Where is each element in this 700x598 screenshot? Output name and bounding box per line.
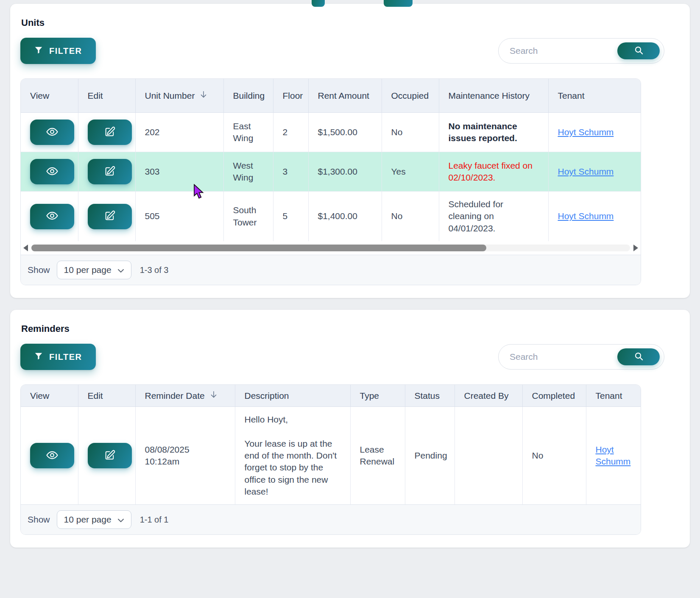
edit-button[interactable] [88,159,132,184]
maintenance-cell: No maintenance issues reported. [439,113,548,152]
reminders-search-button[interactable] [617,348,660,365]
units-col-tenant: Tenant [548,79,641,113]
units-table: View Edit Unit Number Building Floor Ren… [21,79,641,241]
units-table-container: View Edit Unit Number Building Floor Ren… [20,78,641,285]
table-row-highlighted: 303 West Wing 3 $1,300.00 Yes Leaky fauc… [21,152,641,192]
units-toolbar: FILTER [20,38,680,64]
units-col-building: Building [223,79,273,113]
filter-button-label: FILTER [49,46,82,56]
tenant-link[interactable]: Hoyt Schumm [558,211,614,221]
tenant-cell: Hoyt Schumm [548,152,641,192]
table-row: 08/08/2025 10:12am Hello Hoyt, Your leas… [21,407,641,505]
rent-cell: $1,300.00 [308,152,382,192]
reminders-filter-button[interactable]: FILTER [20,344,96,370]
view-button[interactable] [30,120,74,145]
triangle-right-icon[interactable] [633,245,638,251]
tenant-cell: Hoyt Schumm [548,113,641,152]
view-button[interactable] [30,443,74,468]
reminders-col-edit: Edit [78,385,135,407]
pencil-square-icon [104,165,116,178]
units-header-row: View Edit Unit Number Building Floor Ren… [21,79,641,113]
units-col-view: View [21,79,78,113]
triangle-left-icon[interactable] [23,245,28,251]
edit-button[interactable] [88,204,132,229]
reminders-search-box [498,344,664,370]
magnifier-icon [634,45,644,56]
funnel-icon [34,45,43,57]
arrow-down-icon [199,90,208,101]
reminders-col-status: Status [405,385,455,407]
units-col-rent: Rent Amount [308,79,382,113]
range-text: 1-1 of 1 [140,515,169,525]
maintenance-cell: Leaky faucet fixed on 02/10/2023. [439,152,548,192]
building-cell: West Wing [223,152,273,192]
pencil-square-icon [104,126,116,139]
completed-cell: No [522,407,586,505]
units-col-floor: Floor [273,79,308,113]
reminders-search-input[interactable] [509,351,617,362]
reminders-col-date[interactable]: Reminder Date [135,385,235,407]
eye-icon [46,209,59,223]
scrollbar-track[interactable] [31,245,630,251]
eye-icon [46,449,59,463]
eye-icon [46,125,59,139]
units-col-edit: Edit [78,79,135,113]
reminders-card: Reminders FILTER View Edit [10,310,690,548]
filter-button-label: FILTER [49,352,82,362]
eye-icon [46,165,59,179]
reminders-toolbar: FILTER [20,344,680,370]
reminders-col-type: Type [350,385,405,407]
tenant-link[interactable]: Hoyt Schumm [596,445,631,466]
tenant-link[interactable]: Hoyt Schumm [558,167,614,176]
tenant-cell: Hoyt Schumm [548,192,641,242]
description-cell: Hello Hoyt, Your lease is up at the end … [235,407,350,505]
edit-button[interactable] [88,120,132,145]
floor-cell: 5 [273,192,308,242]
show-label: Show [28,265,50,275]
reminders-title: Reminders [21,323,680,334]
units-col-maintenance: Maintenance History [439,79,548,113]
rent-cell: $1,500.00 [308,113,382,152]
pencil-square-icon [104,449,116,462]
per-page-select[interactable]: 10 per page [57,510,131,529]
scrollbar-thumb[interactable] [31,245,486,251]
reminders-table: View Edit Reminder Date Description Type… [21,385,641,504]
reminders-col-tenant: Tenant [586,385,641,407]
arrow-down-icon [209,390,218,401]
show-label: Show [28,515,50,525]
tenant-link[interactable]: Hoyt Schumm [558,127,614,137]
view-button[interactable] [30,159,74,184]
table-row: 202 East Wing 2 $1,500.00 No No maintena… [21,113,641,152]
type-cell: Lease Renewal [350,407,405,505]
units-col-unit-number[interactable]: Unit Number [135,79,223,113]
units-card: Units FILTER View Edit [10,4,690,298]
edit-button[interactable] [88,443,132,468]
magnifier-icon [634,351,644,362]
units-pagination: Show 10 per page 1-3 of 3 [21,255,641,285]
units-filter-button[interactable]: FILTER [20,38,96,64]
funnel-icon [34,351,43,363]
occupied-cell: No [382,192,439,242]
maintenance-cell: Scheduled for cleaning on 04/01/2023. [439,192,548,242]
building-cell: South Tower [223,192,273,242]
rent-cell: $1,400.00 [308,192,382,242]
units-search-button[interactable] [617,42,660,59]
per-page-select[interactable]: 10 per page [57,261,131,279]
units-col-occupied: Occupied [382,79,439,113]
clipped-button-fragment [384,0,413,7]
chevron-down-icon [117,265,124,275]
view-button[interactable] [30,204,74,229]
reminders-col-description: Description [235,385,350,407]
floor-cell: 2 [273,113,308,152]
created-by-cell [455,407,522,505]
reminders-header-row: View Edit Reminder Date Description Type… [21,385,641,407]
unit-number-cell: 505 [135,192,223,242]
reminders-table-container: View Edit Reminder Date Description Type… [20,384,641,535]
units-search-input[interactable] [509,45,617,56]
reminders-pagination: Show 10 per page 1-1 of 1 [21,504,641,534]
clipped-button-fragment [312,0,325,7]
reminders-col-completed: Completed [522,385,586,407]
units-search-box [498,38,664,64]
tenant-cell: Hoyt Schumm [586,407,641,505]
reminder-date-cell: 08/08/2025 10:12am [135,407,235,505]
